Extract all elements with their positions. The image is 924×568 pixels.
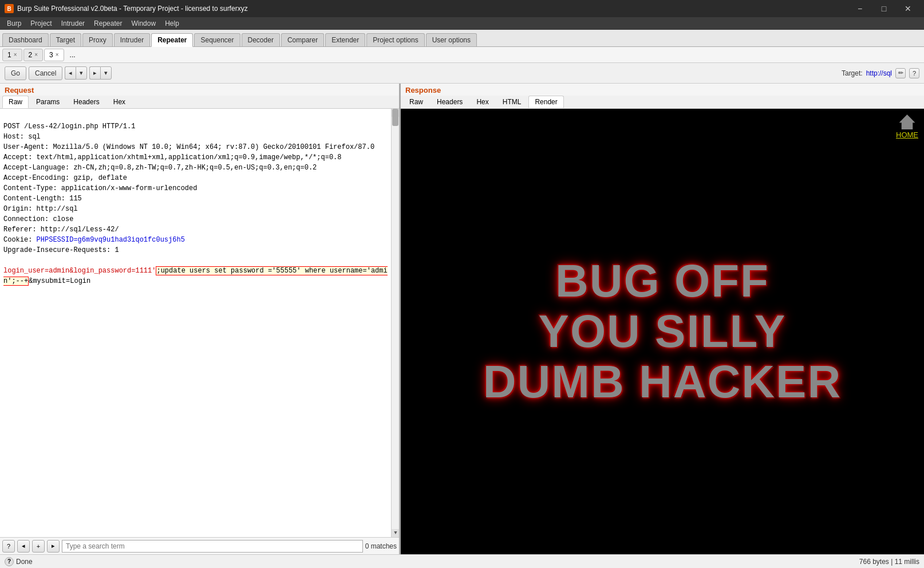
scrollbar-thumb[interactable] bbox=[392, 109, 398, 126]
response-render-area: HOME BUG OFF YOU SILLY DUMB HACKER bbox=[401, 109, 924, 554]
request-line8: Content-Length: 115 bbox=[3, 195, 82, 203]
bug-line3: DUMB HACKER bbox=[483, 357, 842, 407]
tab-proxy[interactable]: Proxy bbox=[82, 33, 113, 46]
repeater-toolbar: Go Cancel ◂ ▾ ▸ ▾ Target: http://sql ✏ ? bbox=[0, 63, 924, 84]
request-line13: Upgrade-Insecure-Requests: 1 bbox=[3, 246, 119, 254]
close-tab-1-icon[interactable]: × bbox=[14, 52, 17, 58]
search-help-button[interactable]: ? bbox=[2, 540, 15, 553]
request-title: Request bbox=[0, 84, 399, 96]
tab-repeater[interactable]: Repeater bbox=[151, 33, 193, 47]
search-next-button[interactable]: + bbox=[32, 540, 45, 553]
menu-window[interactable]: Window bbox=[127, 18, 160, 29]
app-icon: B bbox=[5, 4, 14, 13]
tab-sequencer[interactable]: Sequencer bbox=[194, 33, 240, 46]
main-tab-bar: Dashboard Target Proxy Intruder Repeater… bbox=[0, 30, 924, 47]
status-bytes: 766 bytes | 11 millis bbox=[859, 558, 919, 566]
tab-project-options[interactable]: Project options bbox=[366, 33, 424, 46]
window-controls: − □ ✕ bbox=[848, 0, 919, 17]
request-line3: User-Agent: Mozilla/5.0 (Windows NT 10.0… bbox=[3, 143, 374, 151]
request-panel: Request Raw Params Headers Hex POST /Les… bbox=[0, 84, 401, 554]
tab-user-options[interactable]: User options bbox=[426, 33, 477, 46]
request-tab-params[interactable]: Params bbox=[30, 96, 66, 108]
status-help-button[interactable]: ? bbox=[5, 557, 14, 566]
back-dropdown-button[interactable]: ▾ bbox=[76, 66, 87, 80]
response-tabs: Raw Headers Hex HTML Render bbox=[401, 96, 924, 109]
target-label: Target: http://sql ✏ ? bbox=[842, 68, 919, 78]
maximize-button[interactable]: □ bbox=[872, 0, 895, 17]
menu-intruder[interactable]: Intruder bbox=[57, 18, 89, 29]
target-prefix: Target: bbox=[842, 69, 863, 77]
menubar: Burp Project Intruder Repeater Window He… bbox=[0, 17, 924, 30]
request-payload: login_user=admin&login_password=1111';up… bbox=[3, 266, 388, 286]
response-tab-render[interactable]: Render bbox=[528, 96, 563, 108]
forward-nav-group: ▸ ▾ bbox=[89, 66, 112, 80]
sub-tab-3[interactable]: 3 × bbox=[44, 49, 64, 61]
back-nav-group: ◂ ▾ bbox=[65, 66, 87, 80]
request-line12: Cookie: PHPSESSID=g6m9vq9u1had3iqo1fc0us… bbox=[3, 236, 185, 244]
bug-off-text-block: BUG OFF YOU SILLY DUMB HACKER bbox=[483, 256, 842, 407]
home-link[interactable]: HOME bbox=[896, 115, 918, 139]
tab-decoder[interactable]: Decoder bbox=[242, 33, 280, 46]
close-button[interactable]: ✕ bbox=[897, 0, 919, 17]
request-line6: Accept-Encoding: gzip, deflate bbox=[3, 174, 127, 182]
help-icon[interactable]: ? bbox=[909, 68, 919, 78]
search-input[interactable] bbox=[62, 540, 363, 553]
target-url: http://sql bbox=[866, 69, 892, 77]
menu-burp[interactable]: Burp bbox=[2, 18, 26, 29]
request-search-bar: ? ◂ + ▸ 0 matches bbox=[0, 537, 399, 554]
tab-comparer[interactable]: Comparer bbox=[281, 33, 324, 46]
request-scrollbar[interactable]: ▲ ▼ bbox=[391, 109, 399, 537]
scrollbar-down-arrow[interactable]: ▼ bbox=[392, 529, 399, 537]
bug-off-display: BUG OFF YOU SILLY DUMB HACKER bbox=[401, 109, 924, 554]
search-forward-button[interactable]: ▸ bbox=[47, 540, 60, 553]
close-tab-3-icon[interactable]: × bbox=[56, 52, 59, 58]
status-text: Done bbox=[16, 558, 33, 566]
request-line10: Connection: close bbox=[3, 215, 73, 223]
tab-intruder[interactable]: Intruder bbox=[114, 33, 150, 46]
request-line7: Content-Type: application/x-www-form-url… bbox=[3, 184, 197, 192]
request-tab-raw[interactable]: Raw bbox=[2, 96, 29, 108]
forward-dropdown-button[interactable]: ▾ bbox=[100, 66, 112, 80]
request-line5: Accept-Language: zh-CN,zh;q=0.8,zh-TW;q=… bbox=[3, 164, 317, 172]
tab-dashboard[interactable]: Dashboard bbox=[2, 33, 49, 46]
request-tabs: Raw Params Headers Hex bbox=[0, 96, 399, 109]
cancel-button[interactable]: Cancel bbox=[29, 66, 62, 80]
titlebar: B Burp Suite Professional v2.0beta - Tem… bbox=[0, 0, 924, 17]
request-text-content[interactable]: POST /Less-42/login.php HTTP/1.1 Host: s… bbox=[0, 109, 391, 537]
go-button[interactable]: Go bbox=[5, 66, 26, 80]
forward-button[interactable]: ▸ bbox=[89, 66, 100, 80]
tab-target[interactable]: Target bbox=[50, 33, 81, 46]
search-prev-button[interactable]: ◂ bbox=[17, 540, 30, 553]
menu-project[interactable]: Project bbox=[26, 18, 56, 29]
title-left: B Burp Suite Professional v2.0beta - Tem… bbox=[5, 4, 248, 13]
response-tab-hex[interactable]: Hex bbox=[470, 96, 495, 108]
sub-tab-2[interactable]: 2 × bbox=[23, 49, 44, 61]
content-area: Request Raw Params Headers Hex POST /Les… bbox=[0, 84, 924, 554]
home-label[interactable]: HOME bbox=[896, 131, 918, 139]
response-tab-headers[interactable]: Headers bbox=[431, 96, 469, 108]
edit-target-icon[interactable]: ✏ bbox=[895, 68, 906, 78]
request-body: POST /Less-42/login.php HTTP/1.1 Host: s… bbox=[0, 109, 399, 537]
response-tab-raw[interactable]: Raw bbox=[403, 96, 429, 108]
response-tab-html[interactable]: HTML bbox=[496, 96, 528, 108]
window-title: Burp Suite Professional v2.0beta - Tempo… bbox=[17, 5, 248, 13]
sub-tab-more[interactable]: ... bbox=[65, 49, 80, 61]
menu-help[interactable]: Help bbox=[160, 18, 184, 29]
request-tab-headers[interactable]: Headers bbox=[67, 96, 105, 108]
tab-extender[interactable]: Extender bbox=[325, 33, 365, 46]
sub-tab-1[interactable]: 1 × bbox=[2, 49, 22, 61]
back-button[interactable]: ◂ bbox=[65, 66, 76, 80]
minimize-button[interactable]: − bbox=[848, 0, 871, 17]
repeater-sub-tabs: 1 × 2 × 3 × ... bbox=[0, 47, 924, 63]
cookie-value: PHPSESSID=g6m9vq9u1had3iqo1fc0usj6h5 bbox=[37, 236, 185, 244]
response-panel: Response Raw Headers Hex HTML Render HOM… bbox=[401, 84, 924, 554]
home-icon bbox=[899, 115, 915, 129]
payload-prefix: login_user=admin&login_password=1111' bbox=[3, 267, 156, 275]
search-matches: 0 matches bbox=[365, 542, 397, 550]
request-line1: POST /Less-42/login.php HTTP/1.1 bbox=[3, 123, 135, 131]
bug-line2: YOU SILLY bbox=[483, 306, 842, 357]
close-tab-2-icon[interactable]: × bbox=[34, 52, 38, 58]
menu-repeater[interactable]: Repeater bbox=[89, 18, 127, 29]
request-line9: Origin: http://sql bbox=[3, 205, 78, 213]
request-tab-hex[interactable]: Hex bbox=[107, 96, 132, 108]
